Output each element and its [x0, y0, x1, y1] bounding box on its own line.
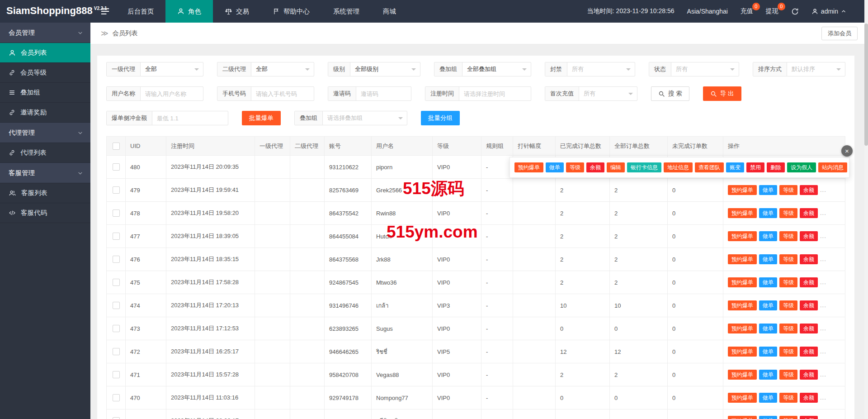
filter-select-agent2[interactable]: 二级代理全部: [217, 62, 314, 76]
username-input[interactable]: [141, 87, 203, 100]
export-button[interactable]: 导 出: [703, 86, 741, 101]
burst-amount-input[interactable]: [152, 111, 228, 125]
row-action-balance[interactable]: 余额: [800, 254, 818, 264]
filter-select-status[interactable]: 状态所有: [649, 62, 739, 76]
row-action-level[interactable]: 等级: [779, 416, 797, 419]
sidebar-group-member-management[interactable]: 会员管理: [0, 23, 90, 43]
popup-action-address-info[interactable]: 地址信息: [664, 162, 693, 172]
row-action-level[interactable]: 等级: [779, 347, 797, 357]
row-action-reserve-burst[interactable]: 预约爆单: [728, 300, 757, 310]
popup-action-account-change[interactable]: 账变: [726, 162, 744, 172]
more-actions[interactable]: ...: [820, 325, 826, 332]
search-button[interactable]: 搜 索: [651, 86, 689, 101]
sidebar-group-agent-management[interactable]: 代理管理: [0, 123, 90, 143]
row-checkbox[interactable]: [113, 417, 120, 419]
more-actions[interactable]: ...: [820, 279, 826, 286]
withdraw-link[interactable]: 提现 0: [766, 7, 778, 15]
row-action-make-order[interactable]: 做单: [759, 254, 777, 264]
sidebar-item-member-level[interactable]: 会员等级: [0, 63, 90, 83]
popup-action-view-team[interactable]: 查看团队: [695, 162, 724, 172]
popup-action-delete[interactable]: 删除: [767, 162, 785, 172]
nav-item-system[interactable]: 系统管理: [321, 0, 371, 23]
filter-select-ban[interactable]: 封禁所有: [545, 62, 635, 76]
row-checkbox[interactable]: [113, 302, 120, 309]
popup-action-set-fake-user[interactable]: 设为假人: [787, 162, 816, 172]
row-action-balance[interactable]: 余额: [800, 208, 818, 218]
more-actions[interactable]: ...: [820, 394, 826, 401]
phone-input[interactable]: [251, 87, 314, 100]
more-actions[interactable]: ...: [820, 348, 826, 355]
more-actions[interactable]: ...: [820, 186, 826, 193]
row-action-reserve-burst[interactable]: 预约爆单: [728, 393, 757, 403]
popup-action-reserve-burst[interactable]: 预约爆单: [514, 162, 543, 172]
batch-burst-button[interactable]: 批量爆单: [242, 111, 281, 125]
row-checkbox[interactable]: [113, 163, 120, 171]
row-action-make-order[interactable]: 做单: [759, 370, 777, 380]
popup-action-edit[interactable]: 编辑: [607, 162, 625, 172]
row-checkbox[interactable]: [113, 256, 120, 263]
row-action-make-order[interactable]: 做单: [759, 393, 777, 403]
row-action-level[interactable]: 等级: [779, 393, 797, 403]
row-checkbox[interactable]: [113, 348, 120, 355]
row-action-reserve-burst[interactable]: 预约爆单: [728, 231, 757, 241]
scrollbar-track[interactable]: [864, 0, 868, 419]
scrollbar-thumb[interactable]: [864, 24, 868, 146]
row-action-balance[interactable]: 余额: [800, 324, 818, 333]
row-action-reserve-burst[interactable]: 预约爆单: [728, 208, 757, 218]
popup-action-level[interactable]: 等级: [566, 162, 584, 172]
popup-action-make-order[interactable]: 做单: [546, 162, 564, 172]
filter-select-first-recharge[interactable]: 首次充值所有: [545, 86, 637, 101]
row-checkbox[interactable]: [113, 394, 120, 401]
row-action-make-order[interactable]: 做单: [759, 231, 777, 241]
nav-item-mall[interactable]: 商城: [371, 0, 408, 23]
nav-item-trade[interactable]: 交易: [213, 0, 261, 23]
row-action-make-order[interactable]: 做单: [759, 347, 777, 357]
row-action-level[interactable]: 等级: [779, 370, 797, 380]
row-action-balance[interactable]: 余额: [800, 347, 818, 357]
row-action-level[interactable]: 等级: [779, 208, 797, 218]
refresh-button[interactable]: [791, 8, 799, 15]
row-action-balance[interactable]: 余额: [800, 185, 818, 195]
row-action-make-order[interactable]: 做单: [759, 208, 777, 218]
filter-select-agent1[interactable]: 一级代理全部: [106, 62, 203, 76]
row-action-balance[interactable]: 余额: [800, 277, 818, 287]
nav-item-roles[interactable]: 角色: [165, 0, 213, 23]
row-action-make-order[interactable]: 做单: [759, 277, 777, 287]
row-action-balance[interactable]: 余额: [800, 416, 818, 419]
row-action-make-order[interactable]: 做单: [759, 416, 777, 419]
sidebar-toggle-button[interactable]: [94, 0, 116, 23]
select-all-checkbox[interactable]: [113, 143, 120, 150]
batch-group-button[interactable]: 批量分组: [421, 111, 460, 125]
row-checkbox[interactable]: [113, 325, 120, 332]
row-action-level[interactable]: 等级: [779, 254, 797, 264]
row-checkbox[interactable]: [113, 210, 120, 217]
sidebar-item-invite-reward[interactable]: 邀请奖励: [0, 103, 90, 123]
row-checkbox[interactable]: [113, 186, 120, 194]
sidebar-group-service-management[interactable]: 客服管理: [0, 163, 90, 183]
close-icon[interactable]: ×: [841, 145, 853, 157]
row-action-reserve-burst[interactable]: 预约爆单: [728, 347, 757, 357]
more-actions[interactable]: ...: [820, 417, 826, 419]
more-actions[interactable]: ...: [820, 210, 826, 216]
row-checkbox[interactable]: [113, 233, 120, 240]
row-action-reserve-burst[interactable]: 预约爆单: [728, 324, 757, 333]
row-action-level[interactable]: 等级: [779, 324, 797, 333]
invite-code-input[interactable]: [356, 87, 411, 100]
popup-action-site-message[interactable]: 站内消息: [818, 162, 847, 172]
row-action-reserve-burst[interactable]: 预约爆单: [728, 185, 757, 195]
row-action-balance[interactable]: 余额: [800, 393, 818, 403]
popup-action-disable[interactable]: 禁用: [746, 162, 764, 172]
more-actions[interactable]: ...: [820, 371, 826, 378]
row-action-make-order[interactable]: 做单: [759, 300, 777, 310]
row-action-level[interactable]: 等级: [779, 300, 797, 310]
row-action-balance[interactable]: 余额: [800, 300, 818, 310]
more-actions[interactable]: ...: [820, 256, 826, 262]
row-action-level[interactable]: 等级: [779, 185, 797, 195]
popup-action-balance[interactable]: 余额: [586, 162, 604, 172]
row-action-reserve-burst[interactable]: 预约爆单: [728, 416, 757, 419]
more-actions[interactable]: ...: [820, 302, 826, 309]
user-menu[interactable]: admin: [811, 8, 846, 15]
more-actions[interactable]: ...: [820, 233, 826, 239]
reg-time-input[interactable]: [459, 87, 531, 100]
sidebar-item-service-list[interactable]: 客服列表: [0, 183, 90, 203]
